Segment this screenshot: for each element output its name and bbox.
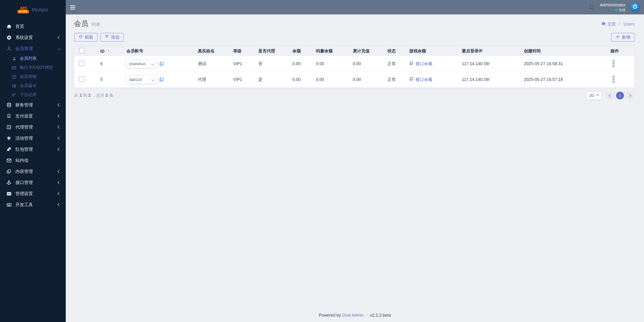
page-subtitle: 列表 — [92, 22, 100, 28]
cell-balance: 0.00 — [290, 56, 313, 72]
chevron-down-icon — [151, 62, 154, 66]
refresh-button[interactable]: 刷新 — [74, 33, 98, 42]
account-select[interactable]: shanshui1 — [126, 60, 157, 68]
power-icon — [632, 4, 638, 11]
sidebar-item-member-management[interactable]: 会员管理 — [0, 43, 66, 54]
sidebar-item-bet-records[interactable]: 下注记录 — [0, 90, 66, 99]
sidebar-item-label: 站内信 — [16, 157, 28, 163]
brand-logo[interactable]: MS GAME MsApis — [0, 0, 66, 19]
select-all-checkbox[interactable] — [79, 48, 84, 53]
sidebar-item-member-rebate[interactable]: 会员返水 — [0, 81, 66, 90]
row-checkbox[interactable] — [79, 76, 84, 82]
row-actions-menu-icon[interactable] — [610, 58, 616, 68]
sidebar-item-payment-settings[interactable]: 支付设置 — [0, 111, 66, 122]
page-size-select[interactable]: 20 — [587, 92, 602, 99]
page-footer: Powered by Dcat Admin · v2.2.2-beta — [66, 310, 644, 322]
sidebar-item-agent-management[interactable]: 代理管理 — [0, 122, 66, 133]
cell-codebalance: 0.00 — [313, 56, 350, 72]
pager: 1 — [606, 92, 634, 99]
gauge-icon — [602, 22, 606, 27]
home-icon — [6, 24, 12, 29]
sidebar-item-site-mail[interactable]: 站内信 — [0, 155, 66, 166]
row-checkbox[interactable] — [79, 61, 84, 66]
cell-isagent: 是 — [256, 72, 290, 87]
sidebar-item-finance-management[interactable]: 财务管理 — [0, 99, 66, 111]
envelope-icon — [6, 158, 12, 163]
breadcrumb: 主页 / Users — [602, 21, 634, 27]
column-header-account: 会员帐号 — [124, 46, 195, 56]
sidebar-menu: 首页 系统设置 会员管理 会员列表 — [0, 19, 66, 322]
user-icon — [12, 56, 16, 61]
copy-icon[interactable] — [159, 61, 164, 66]
page-title: 会员 — [74, 19, 88, 28]
chevron-up-icon — [596, 94, 599, 97]
list-icon — [12, 83, 16, 88]
copy-icon — [409, 77, 414, 82]
sidebar-item-label: 银行卡/USDT绑定 — [20, 65, 53, 71]
cell-created: 2025-05-27 16:58:31 — [521, 56, 608, 72]
chevron-left-icon — [58, 148, 61, 151]
next-page-button[interactable] — [628, 94, 632, 98]
user-outline-icon — [6, 46, 12, 51]
sidebar-item-label: 系统设置 — [16, 35, 33, 41]
chevron-left-icon — [58, 36, 61, 39]
filter-button[interactable]: 筛选 — [100, 33, 124, 42]
chevron-down-icon — [58, 47, 61, 50]
column-header-ip: 最后登录IP — [459, 46, 521, 56]
row-actions-menu-icon[interactable] — [610, 74, 616, 84]
current-page-button[interactable]: 1 — [616, 92, 624, 99]
pagination-summary: 从 1 到 2 ，总共 2 条 — [74, 93, 113, 98]
sidebar-item-label: 开发工具 — [16, 202, 33, 208]
top-navbar: Administrator 在线 — [66, 0, 644, 15]
sidebar-item-label: 下注记录 — [20, 92, 36, 98]
game-balance-label: 接口余额 — [416, 61, 432, 67]
sidebar-item-admin-settings[interactable]: 管理设置 — [0, 188, 66, 199]
cell-level: VIP1 — [230, 56, 256, 72]
sidebar-item-system-settings[interactable]: 系统设置 — [0, 32, 66, 43]
sidebar-item-label: 内容管理 — [16, 168, 33, 174]
pagination-controls: 20 1 — [587, 92, 634, 99]
sidebar-item-home[interactable]: 首页 — [0, 21, 66, 32]
breadcrumb-current: Users — [624, 22, 634, 27]
app-window: MS GAME MsApis 首页 系统设置 — [0, 0, 644, 322]
database-icon — [6, 102, 12, 108]
footer-brand-link[interactable]: Dcat Admin — [342, 313, 364, 318]
sidebar-item-bank-usdt-binding[interactable]: 银行卡/USDT绑定 — [0, 63, 66, 72]
sidebar-item-member-list[interactable]: 会员列表 — [0, 54, 66, 63]
sidebar-item-label: 会员管理 — [16, 46, 33, 52]
create-button[interactable]: 新增 — [611, 33, 634, 42]
members-table-card: ID 会员帐号 真实姓名 等级 是否代理 余额 码量余额 累计充值 — [74, 46, 634, 87]
sidebar-item-activity-management[interactable]: 活动管理 — [0, 133, 66, 144]
breadcrumb-home-link[interactable]: 主页 — [608, 21, 616, 27]
admin-user-menu[interactable]: Administrator 在线 — [600, 2, 626, 12]
admin-name: Administrator — [600, 2, 626, 8]
sidebar-item-member-level[interactable]: 会员等级 — [0, 72, 66, 81]
id-badge-icon — [6, 191, 12, 196]
sidebar-item-content-management[interactable]: 内容管理 — [0, 166, 66, 177]
sidebar-item-api-management[interactable]: 接口管理 — [0, 177, 66, 188]
logo-ms-text: MS — [20, 6, 27, 11]
cell-realname: 代理 — [195, 72, 230, 87]
sidebar-item-dev-tools[interactable]: 开发工具 — [0, 199, 66, 210]
game-balance-link[interactable]: 接口余额 — [409, 61, 432, 67]
sidebar-item-label: 会员返水 — [20, 83, 36, 89]
copy-icon[interactable] — [159, 77, 164, 82]
account-select-value: shanshui1 — [129, 62, 146, 66]
account-select[interactable]: daili123 — [126, 76, 157, 84]
game-balance-label: 接口余额 — [416, 77, 432, 82]
column-header-id[interactable]: ID — [98, 46, 124, 56]
sidebar-item-redpacket-management[interactable]: 红包管理 — [0, 144, 66, 155]
copy-icon — [409, 61, 414, 67]
hamburger-icon[interactable] — [70, 4, 75, 10]
bell-icon[interactable] — [588, 4, 595, 11]
cell-codebalance: 0.00 — [313, 72, 350, 87]
cell-ip: 117.14.140.59/ — [459, 56, 521, 72]
prev-page-button[interactable] — [608, 94, 612, 98]
game-balance-link[interactable]: 接口余额 — [409, 77, 432, 82]
create-button-label: 新增 — [622, 35, 630, 40]
avatar[interactable] — [630, 3, 640, 12]
footer-separator: · — [366, 313, 368, 318]
cogs-icon — [6, 35, 12, 40]
column-header-balance: 余额 — [290, 46, 313, 56]
filter-button-label: 筛选 — [111, 35, 120, 40]
